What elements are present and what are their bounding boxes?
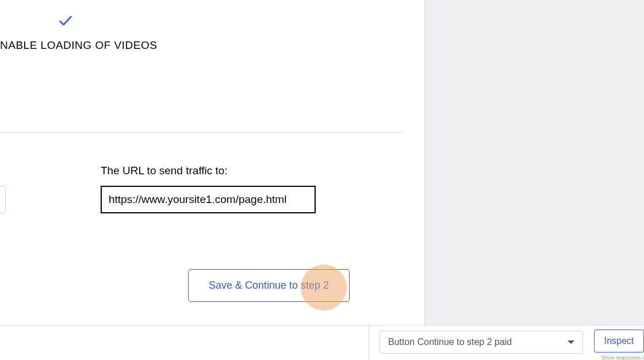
save-continue-label: Save & Continue to step 2	[209, 279, 329, 292]
url-input[interactable]	[101, 186, 316, 213]
responsive-hint-text: Show responsive t	[601, 355, 644, 360]
save-continue-button[interactable]: Save & Continue to step 2	[188, 269, 350, 302]
url-field-label: The URL to send traffic to:	[101, 164, 228, 177]
section-heading: NABLE LOADING OF VIDEOS	[0, 39, 157, 52]
element-selector-dropdown[interactable]: Button Continue to step 2 paid	[379, 331, 583, 354]
checkmark-icon	[57, 13, 74, 29]
dropdown-selected-text: Button Continue to step 2 paid	[388, 337, 512, 347]
main-content-area: NABLE LOADING OF VIDEOS The URL to send …	[0, 0, 425, 325]
right-sidebar-panel	[425, 0, 644, 325]
inspect-button-label: Inspect	[604, 336, 634, 346]
chevron-down-icon	[568, 340, 574, 344]
section-divider	[0, 132, 402, 133]
bottom-divider	[369, 325, 369, 360]
left-partial-input[interactable]	[0, 186, 6, 213]
inspect-button[interactable]: Inspect	[594, 330, 644, 353]
